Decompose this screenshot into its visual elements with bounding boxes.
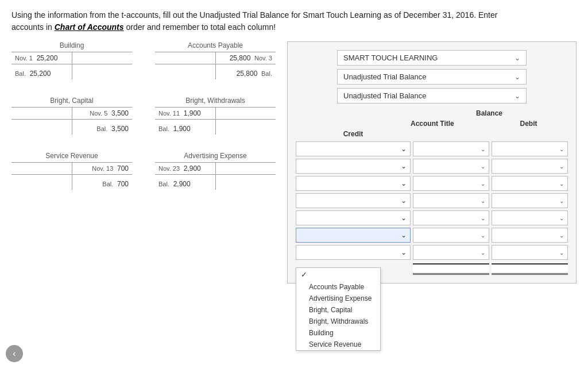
credit-select-4[interactable]: ⌄ — [492, 193, 568, 208]
back-arrow-button[interactable]: ‹ — [6, 345, 23, 362]
trial-balance-section: SMART TOUCH LEARNING ⌄ Unadjusted Trial … — [287, 41, 577, 283]
company-name-dropdown[interactable]: SMART TOUCH LEARNING ⌄ — [337, 50, 527, 66]
chevron-down-icon-11: ⌄ — [481, 181, 485, 187]
credit-select-3[interactable]: ⌄ — [492, 176, 568, 191]
t-account-bright-capital-title: Bright, Capital — [50, 97, 93, 105]
dropdown-item-accounts-payable[interactable]: Accounts Payable — [296, 281, 380, 293]
dropdown-item-advertising-expense[interactable]: Advertising Expense — [296, 293, 380, 304]
debit-select-1[interactable]: ⌄ — [413, 141, 489, 156]
chevron-down-icon-13: ⌄ — [401, 197, 407, 205]
t-accounts-section: Building Nov. 1 25,200 Bal. 25,200 — [11, 41, 276, 190]
credit-select-6[interactable]: ⌄ — [492, 228, 568, 243]
t-account-building: Building Nov. 1 25,200 Bal. 25,200 — [11, 41, 132, 79]
credit-select-5[interactable]: ⌄ — [492, 210, 568, 225]
account-select-7[interactable]: ⌄ — [296, 245, 411, 260]
t-account-service-revenue-title: Service Revenue — [45, 152, 98, 160]
account-select-1[interactable]: ⌄ — [296, 141, 411, 156]
t-account-advertising-expense-title: Advertising Expense — [184, 152, 246, 160]
dropdown-item-bright-capital[interactable]: Bright, Capital — [296, 304, 380, 316]
table-row: ⌄ ⌄ ⌄ — [296, 141, 568, 156]
table-row: ⌄ ⌄ ⌄ — [296, 176, 568, 191]
debit-total-cell — [413, 263, 489, 275]
chevron-down-icon-8: ⌄ — [481, 163, 485, 170]
t-account-bright-capital: Bright, Capital Nov. 5 3,500 Bal. 3,500 — [11, 97, 132, 135]
dropdown-item-bright-withdrawals[interactable]: Bright, Withdrawals — [296, 316, 380, 327]
debit-select-6[interactable]: ⌄ — [413, 228, 489, 243]
chevron-down-icon-9: ⌄ — [559, 163, 564, 170]
chevron-down-icon-18: ⌄ — [559, 215, 564, 221]
table-row: ⌄ ⌄ ⌄ — [296, 245, 568, 260]
bottom-nav: ‹ — [6, 345, 23, 362]
debit-select-7[interactable]: ⌄ — [413, 245, 489, 260]
table-row: ⌄ ⌄ ⌄ — [296, 228, 568, 243]
t-account-bright-withdrawals-title: Bright, Withdrawals — [185, 97, 245, 105]
chevron-down-icon-3: ⌄ — [514, 92, 520, 100]
credit-total-cell — [492, 263, 568, 275]
tb-dropdown2[interactable]: Unadjusted Trial Balance ⌄ — [337, 88, 527, 103]
account-select-2[interactable]: ⌄ — [296, 159, 411, 174]
chevron-down-icon-24: ⌄ — [559, 250, 564, 256]
dropdown-item-building[interactable]: Building — [296, 327, 380, 339]
chevron-down-icon-5: ⌄ — [481, 146, 485, 152]
dropdown-item-service-revenue[interactable]: Service Revenue — [296, 339, 380, 350]
chevron-down-icon-22: ⌄ — [401, 248, 407, 256]
chevron-down-icon-6: ⌄ — [559, 146, 564, 152]
chevron-down-icon-12: ⌄ — [559, 181, 564, 187]
t-account-accounts-payable: Accounts Payable 25,800 Nov. 3 25,800 Ba… — [155, 41, 276, 79]
credit-select-1[interactable]: ⌄ — [492, 141, 568, 156]
tb-dropdown1-label: Unadjusted Trial Balance — [343, 72, 427, 81]
tb-dropdown1-row: Unadjusted Trial Balance ⌄ — [296, 69, 568, 85]
t-account-advertising-expense: Advertising Expense Nov. 23 2,900 Bal. 2… — [155, 152, 276, 190]
debit-select-4[interactable]: ⌄ — [413, 193, 489, 208]
t-account-accounts-payable-title: Accounts Payable — [188, 41, 243, 49]
instruction-text-after: order and remember to total each column! — [124, 22, 276, 32]
t-account-bright-withdrawals: Bright, Withdrawals Nov. 11 1,900 Bal. 1… — [155, 97, 276, 135]
chevron-down-icon-21: ⌄ — [559, 232, 564, 239]
account-dropdown-popup[interactable]: ✓ Accounts Payable Advertising Expense B… — [296, 267, 381, 351]
t-account-service-revenue: Service Revenue Nov. 13 700 Bal. 700 — [11, 152, 132, 190]
credit-col-header: Credit — [296, 129, 411, 139]
account-select-4[interactable]: ⌄ — [296, 193, 411, 208]
trial-balance-rows: ⌄ ⌄ ⌄ ⌄ — [296, 141, 568, 260]
chevron-down-icon: ⌄ — [514, 54, 520, 62]
chevron-down-icon-7: ⌄ — [401, 162, 407, 170]
check-icon: ✓ — [301, 270, 307, 279]
chevron-down-icon-14: ⌄ — [481, 198, 485, 204]
chart-of-accounts-link[interactable]: Chart of Accounts — [55, 22, 124, 32]
debit-select-2[interactable]: ⌄ — [413, 159, 489, 174]
table-row: ⌄ ⌄ ⌄ — [296, 193, 568, 208]
tb-dropdown1[interactable]: Unadjusted Trial Balance ⌄ — [337, 69, 527, 85]
company-name-label: SMART TOUCH LEARNING — [343, 53, 438, 62]
account-select-3[interactable]: ⌄ — [296, 176, 411, 191]
chevron-down-icon-10: ⌄ — [401, 179, 407, 187]
account-title-header — [296, 109, 411, 118]
chevron-down-icon-2: ⌄ — [514, 73, 520, 81]
dropdown-check-item[interactable]: ✓ — [296, 268, 380, 281]
credit-select-2[interactable]: ⌄ — [492, 159, 568, 174]
chevron-down-icon-16: ⌄ — [401, 214, 407, 222]
debit-select-5[interactable]: ⌄ — [413, 210, 489, 225]
table-row: ⌄ ⌄ ⌄ — [296, 210, 568, 225]
chevron-down-icon-4: ⌄ — [401, 145, 407, 153]
chevron-down-icon-19: ⌄ — [401, 231, 407, 239]
chevron-down-icon-23: ⌄ — [481, 250, 485, 256]
account-select-5[interactable]: ⌄ — [296, 210, 411, 225]
account-select-6[interactable]: ⌄ — [296, 228, 411, 243]
chevron-down-icon-15: ⌄ — [559, 198, 564, 204]
table-row: ⌄ ⌄ ⌄ — [296, 159, 568, 174]
balance-header: Balance — [411, 109, 568, 118]
t-account-building-title: Building — [60, 41, 84, 49]
debit-select-3[interactable]: ⌄ — [413, 176, 489, 191]
credit-select-7[interactable]: ⌄ — [492, 245, 568, 260]
instructions: Using the information from the t-account… — [11, 9, 528, 33]
company-name-row: SMART TOUCH LEARNING ⌄ — [296, 50, 568, 66]
tb-dropdown2-label: Unadjusted Trial Balance — [343, 91, 427, 100]
chevron-down-icon-17: ⌄ — [481, 215, 485, 221]
chevron-down-icon-20: ⌄ — [481, 232, 485, 239]
tb-dropdown2-row: Unadjusted Trial Balance ⌄ — [296, 88, 568, 103]
account-col-header: Account Title — [411, 118, 489, 129]
debit-col-header: Debit — [489, 118, 568, 129]
